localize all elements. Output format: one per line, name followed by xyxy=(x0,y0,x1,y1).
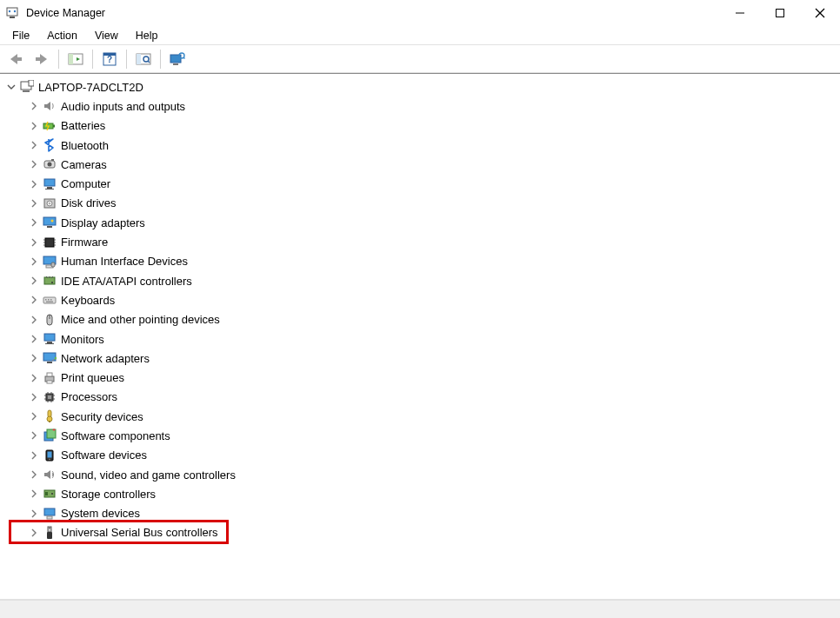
expand-icon[interactable] xyxy=(28,236,40,249)
tree-category-node[interactable]: +Software components xyxy=(0,426,840,445)
expand-icon[interactable] xyxy=(28,391,40,403)
expand-icon[interactable] xyxy=(28,410,40,422)
svg-rect-11 xyxy=(69,54,73,64)
collapse-icon[interactable] xyxy=(5,81,17,93)
minimize-button[interactable] xyxy=(720,0,760,26)
tree-category-node[interactable]: Universal Serial Bus controllers xyxy=(0,523,840,542)
tree-category-node[interactable]: Keyboards xyxy=(0,290,840,309)
svg-rect-88 xyxy=(45,492,48,495)
help-button[interactable]: ? xyxy=(97,48,122,70)
expand-icon[interactable] xyxy=(28,216,40,229)
tree-category-node[interactable]: Network adapters xyxy=(0,349,840,368)
tree-category-node[interactable]: Display adapters xyxy=(0,213,840,232)
expand-icon[interactable] xyxy=(28,100,40,112)
tree-category-node[interactable]: Software devices xyxy=(0,446,840,465)
expand-icon[interactable] xyxy=(28,527,40,539)
tree-category-node[interactable]: Monitors xyxy=(0,329,840,349)
svg-rect-9 xyxy=(36,57,40,61)
tree-category-label: Cameras xyxy=(61,158,107,171)
expand-icon[interactable] xyxy=(28,256,40,268)
svg-rect-67 xyxy=(47,381,52,383)
tree-category-node[interactable]: Computer xyxy=(0,174,840,193)
usb-icon xyxy=(42,525,57,541)
show-hide-console-tree-button[interactable] xyxy=(63,48,88,70)
scan-hardware-button[interactable] xyxy=(131,48,156,70)
svg-point-3 xyxy=(14,10,16,12)
expand-icon[interactable] xyxy=(28,294,40,306)
tree-category-node[interactable]: System devices xyxy=(0,504,840,523)
svg-point-39 xyxy=(51,220,54,223)
battery-icon xyxy=(42,118,57,134)
expand-icon[interactable] xyxy=(28,178,40,190)
tree-category-node[interactable]: Firmware xyxy=(0,232,840,251)
menu-file[interactable]: File xyxy=(3,28,38,43)
add-legacy-hardware-button[interactable] xyxy=(165,48,190,70)
expand-icon[interactable] xyxy=(28,352,40,364)
expand-icon[interactable] xyxy=(28,429,40,442)
tree-category-label: Computer xyxy=(61,177,110,190)
tree-category-label: Processors xyxy=(61,390,117,403)
tree-category-node[interactable]: Processors xyxy=(0,388,840,407)
svg-text:+: + xyxy=(52,429,56,433)
expand-icon[interactable] xyxy=(28,372,40,384)
maximize-button[interactable] xyxy=(760,0,800,26)
monitor-icon xyxy=(42,331,57,347)
tree-category-node[interactable]: Security devices xyxy=(0,407,840,426)
expand-icon[interactable] xyxy=(28,468,40,481)
tree-root-node[interactable]: LAPTOP-7ADCLT2D xyxy=(0,77,840,96)
expand-icon[interactable] xyxy=(28,449,40,462)
toolbar-separator xyxy=(160,50,161,69)
svg-line-22 xyxy=(183,57,185,59)
security-icon xyxy=(42,409,57,424)
network-icon xyxy=(42,350,57,366)
tree-category-node[interactable]: Audio inputs and outputs xyxy=(0,96,840,116)
tree-category-label: Storage controllers xyxy=(61,488,156,501)
svg-text:?: ? xyxy=(107,55,112,64)
expand-icon[interactable] xyxy=(28,197,40,209)
svg-rect-56 xyxy=(46,302,53,302)
svg-rect-66 xyxy=(47,373,52,376)
menu-view[interactable]: View xyxy=(86,28,127,43)
close-button[interactable] xyxy=(800,0,840,26)
svg-rect-85 xyxy=(48,451,52,457)
expand-icon[interactable] xyxy=(28,120,40,132)
device-tree[interactable]: LAPTOP-7ADCLT2D Audio inputs and outputs… xyxy=(0,77,840,542)
tree-root-label: LAPTOP-7ADCLT2D xyxy=(38,81,143,94)
svg-rect-94 xyxy=(49,528,50,528)
svg-rect-20 xyxy=(173,63,178,65)
disk-icon xyxy=(42,196,57,211)
tree-category-label: Network adapters xyxy=(61,352,150,365)
menu-action[interactable]: Action xyxy=(38,28,86,43)
menu-help[interactable]: Help xyxy=(127,28,167,43)
tree-category-node[interactable]: Batteries xyxy=(0,116,840,136)
svg-rect-33 xyxy=(45,189,54,189)
tree-category-node[interactable]: Mice and other pointing devices xyxy=(0,310,840,329)
system-icon xyxy=(42,506,57,522)
tree-category-node[interactable]: Sound, video and game controllers xyxy=(0,465,840,484)
expand-icon[interactable] xyxy=(28,314,40,326)
mouse-icon xyxy=(42,312,57,328)
tree-category-node[interactable]: Storage controllers xyxy=(0,484,840,503)
firmware-icon xyxy=(42,235,57,250)
forward-button[interactable] xyxy=(30,48,54,70)
expand-icon[interactable] xyxy=(28,139,40,151)
expand-icon[interactable] xyxy=(28,158,40,170)
svg-rect-69 xyxy=(48,395,51,399)
expand-icon[interactable] xyxy=(28,508,40,520)
expand-icon[interactable] xyxy=(28,488,40,500)
tree-category-label: Software components xyxy=(61,429,170,442)
svg-rect-5 xyxy=(777,10,784,17)
expand-icon[interactable] xyxy=(28,333,40,345)
svg-rect-40 xyxy=(45,238,54,247)
svg-rect-90 xyxy=(44,508,55,515)
back-button[interactable] xyxy=(3,48,28,70)
svg-rect-49 xyxy=(51,262,55,267)
tree-category-node[interactable]: Disk drives xyxy=(0,194,840,213)
tree-category-label: Human Interface Devices xyxy=(61,255,188,268)
tree-category-node[interactable]: Bluetooth xyxy=(0,136,840,155)
tree-category-node[interactable]: Cameras xyxy=(0,155,840,174)
tree-category-node[interactable]: Print queues xyxy=(0,368,840,387)
tree-category-node[interactable]: IDE ATA/ATAPI controllers xyxy=(0,271,840,290)
expand-icon[interactable] xyxy=(28,275,40,287)
tree-category-node[interactable]: Human Interface Devices xyxy=(0,252,840,271)
